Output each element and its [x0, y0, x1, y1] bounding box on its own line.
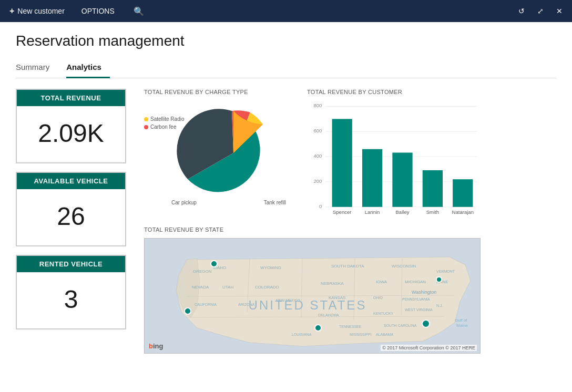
- kpi-available-vehicle: AVAILABLE VEHICLE 26: [16, 172, 126, 246]
- charts-area: TOTAL REVENUE by CHARGE TYPE Satellite R…: [144, 89, 556, 354]
- svg-text:VERMONT: VERMONT: [436, 270, 455, 273]
- map-dot-georgia: [422, 320, 430, 327]
- tab-analytics[interactable]: Analytics: [66, 58, 110, 78]
- svg-text:0: 0: [319, 203, 322, 209]
- plus-icon: +: [9, 6, 14, 16]
- svg-text:LOUISIANA: LOUISIANA: [292, 333, 312, 336]
- bar-smith: [423, 170, 443, 207]
- map-title: TOTAL REVENUE by STATE: [144, 226, 556, 233]
- svg-text:KENTUCKY: KENTUCKY: [373, 312, 393, 315]
- main-content: Reservation management Summary Analytics…: [0, 22, 572, 354]
- map-section: TOTAL REVENUE by STATE: [144, 226, 556, 354]
- bar-chart-section: TOTAL REVENUE by CUSTOMER 800 600 400 20…: [307, 89, 556, 216]
- kpi-total-revenue: TOTAL REVENUE 2.09K: [16, 89, 126, 163]
- svg-text:Smith: Smith: [426, 209, 439, 215]
- kpi-column: TOTAL REVENUE 2.09K AVAILABLE VEHICLE 26…: [16, 89, 131, 354]
- refresh-button[interactable]: ↺: [514, 5, 529, 17]
- svg-text:MISSISSIPPI: MISSISSIPPI: [350, 333, 372, 336]
- map-container: OREGON IDAHO WYOMING SOUTH DAKOTA WISCON…: [144, 238, 481, 354]
- new-customer-button[interactable]: + New customer: [5, 4, 69, 18]
- svg-text:COLORADO: COLORADO: [255, 285, 279, 290]
- svg-text:600: 600: [313, 128, 322, 133]
- options-button[interactable]: OPTIONS: [77, 5, 119, 17]
- new-customer-label: New customer: [17, 7, 64, 15]
- map-dot-california: [185, 308, 191, 314]
- window-controls: ↺ ⤢ ✕: [514, 5, 567, 17]
- pie-label-carpickup: Car pickup: [171, 200, 197, 205]
- svg-text:MICHIGAN: MICHIGAN: [405, 280, 426, 284]
- page-title: Reservation management: [16, 33, 556, 49]
- bar-spencer: [332, 119, 352, 207]
- kpi-rented-vehicle-header: RENTED VEHICLE: [17, 256, 125, 272]
- svg-text:Washington: Washington: [412, 290, 436, 295]
- bar-chart-svg: 800 600 400 200 0: [307, 100, 486, 216]
- search-icon[interactable]: 🔍: [129, 4, 148, 18]
- svg-text:Bailey: Bailey: [395, 209, 409, 215]
- map-dot-northeast: [436, 277, 442, 282]
- svg-text:WYOMING: WYOMING: [260, 265, 281, 270]
- svg-text:800: 800: [313, 102, 322, 108]
- kpi-total-revenue-value: 2.09K: [17, 106, 125, 162]
- svg-text:UNITED STATES: UNITED STATES: [249, 298, 367, 312]
- pie-chart: Satellite Radio Carbon fee: [144, 100, 291, 211]
- tab-summary[interactable]: Summary: [16, 58, 58, 78]
- titlebar: + New customer OPTIONS 🔍 ↺ ⤢ ✕: [0, 0, 572, 22]
- svg-text:WEST VIRGINIA: WEST VIRGINIA: [405, 308, 433, 312]
- svg-text:Natarajan: Natarajan: [452, 209, 474, 215]
- svg-text:400: 400: [313, 153, 322, 159]
- svg-text:SOUTH CAROLINA: SOUTH CAROLINA: [384, 324, 417, 327]
- map-attribution: © 2017 Microsoft Corporation © 2017 HERE: [381, 345, 477, 351]
- map-inner: OREGON IDAHO WYOMING SOUTH DAKOTA WISCON…: [145, 239, 480, 353]
- svg-text:Spencer: Spencer: [333, 209, 352, 215]
- analytics-content: TOTAL REVENUE 2.09K AVAILABLE VEHICLE 26…: [16, 78, 556, 354]
- svg-text:NEVADA: NEVADA: [192, 285, 209, 290]
- svg-text:Maine: Maine: [456, 323, 468, 328]
- pie-chart-section: TOTAL REVENUE by CHARGE TYPE Satellite R…: [144, 89, 291, 216]
- pie-dot-satellite: [144, 117, 148, 121]
- svg-text:NEBRASKA: NEBRASKA: [321, 281, 344, 286]
- svg-text:SOUTH DAKOTA: SOUTH DAKOTA: [331, 264, 364, 269]
- kpi-rented-vehicle: RENTED VEHICLE 3: [16, 255, 126, 329]
- svg-text:OHIO: OHIO: [373, 296, 383, 300]
- svg-text:OKLAHOMA: OKLAHOMA: [318, 313, 339, 317]
- map-svg: OREGON IDAHO WYOMING SOUTH DAKOTA WISCON…: [145, 239, 481, 354]
- kpi-rented-vehicle-value: 3: [17, 272, 125, 328]
- map-dot-oregon: [211, 261, 217, 267]
- kpi-available-vehicle-header: AVAILABLE VEHICLE: [17, 173, 125, 189]
- bar-lannin: [362, 149, 382, 207]
- svg-text:UTAH: UTAH: [222, 285, 233, 290]
- maximize-button[interactable]: ⤢: [533, 5, 548, 17]
- svg-text:IOWA: IOWA: [376, 280, 387, 284]
- bar-natarajan: [453, 179, 473, 207]
- svg-text:ALABAMA: ALABAMA: [376, 333, 393, 336]
- svg-text:Lannin: Lannin: [365, 209, 380, 215]
- svg-text:TENNESSEE: TENNESSEE: [339, 325, 362, 328]
- bar-chart: 800 600 400 200 0: [307, 100, 486, 216]
- kpi-total-revenue-header: TOTAL REVENUE: [17, 90, 125, 106]
- close-button[interactable]: ✕: [552, 5, 567, 17]
- svg-text:PENNSYLVANIA: PENNSYLVANIA: [402, 297, 430, 301]
- bar-bailey: [392, 152, 412, 207]
- pie-dot-carbon: [144, 125, 148, 129]
- pie-label-tankrefill: Tank refill: [264, 200, 286, 205]
- svg-text:N.J.: N.J.: [436, 304, 443, 307]
- svg-text:WISCONSIN: WISCONSIN: [392, 264, 416, 269]
- bing-logo: bing: [149, 342, 163, 350]
- map-dot-texas: [315, 325, 321, 331]
- svg-text:Gulf of: Gulf of: [455, 318, 467, 323]
- svg-text:200: 200: [313, 178, 322, 184]
- tabs: Summary Analytics: [16, 58, 556, 78]
- bar-chart-title: TOTAL REVENUE by CUSTOMER: [307, 89, 556, 95]
- pie-chart-svg: [170, 100, 286, 205]
- kpi-available-vehicle-value: 26: [17, 189, 125, 245]
- svg-text:OREGON: OREGON: [193, 269, 212, 274]
- pie-chart-title: TOTAL REVENUE by CHARGE TYPE: [144, 89, 291, 95]
- svg-text:CALIFORNIA: CALIFORNIA: [195, 303, 217, 306]
- charts-top: TOTAL REVENUE by CHARGE TYPE Satellite R…: [144, 89, 556, 216]
